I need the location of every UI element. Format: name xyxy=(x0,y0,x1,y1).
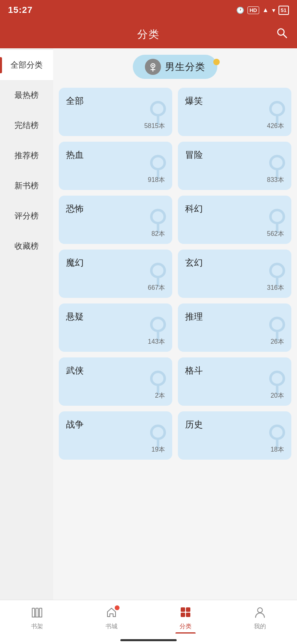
category-pill-icon xyxy=(145,59,161,75)
category-name-horror: 恐怖 xyxy=(66,203,165,215)
category-count-comedy: 426本 xyxy=(185,122,284,130)
nav-item-mine[interactable]: 我的 xyxy=(223,603,297,634)
category-count-history: 18本 xyxy=(185,446,284,454)
search-button[interactable] xyxy=(276,27,287,41)
category-name-war: 战争 xyxy=(66,419,165,431)
header: 分类 xyxy=(0,20,297,48)
bookstore-notification-dot xyxy=(115,605,120,610)
category-card-wuxia[interactable]: 武侠 2本 ⚲ xyxy=(59,357,172,406)
sidebar-item-hot[interactable]: 最热榜 xyxy=(0,80,53,110)
category-card-comedy[interactable]: 爆笑 426本 ⚲ xyxy=(178,88,291,136)
category-card-history[interactable]: 历史 18本 ⚲ xyxy=(178,411,291,460)
sidebar-item-finished[interactable]: 完结榜 xyxy=(0,110,53,140)
page-title: 分类 xyxy=(137,27,160,41)
status-icons: 🕐 HD ▲ ▾ 51 xyxy=(236,6,289,15)
category-pill[interactable]: 男生分类 xyxy=(133,55,217,79)
wifi-icon: ▾ xyxy=(272,6,275,14)
svg-rect-6 xyxy=(32,608,35,617)
clock-icon: 🕐 xyxy=(236,6,244,14)
sidebar-item-new[interactable]: 新书榜 xyxy=(0,171,53,201)
svg-line-1 xyxy=(283,35,287,38)
hd-badge: HD xyxy=(248,6,259,14)
category-card-adventure[interactable]: 冒险 833本 ⚲ xyxy=(178,142,291,190)
category-name-history: 历史 xyxy=(185,419,284,431)
main-layout: 全部分类 最热榜 完结榜 推荐榜 新书榜 评分榜 收藏榜 xyxy=(0,48,297,600)
sidebar-item-all[interactable]: 全部分类 xyxy=(0,50,53,80)
sidebar-item-rating[interactable]: 评分榜 xyxy=(0,201,53,231)
category-name-action: 热血 xyxy=(66,149,165,161)
category-pill-dot xyxy=(213,59,220,65)
category-name-fighting: 格斗 xyxy=(185,365,284,377)
category-name-adventure: 冒险 xyxy=(185,149,284,161)
nav-item-category[interactable]: 分类 xyxy=(148,603,223,634)
battery-indicator: 51 xyxy=(278,6,289,15)
home-bar xyxy=(120,639,177,641)
category-name-detective: 推理 xyxy=(185,311,284,323)
category-count-all: 5815本 xyxy=(66,122,165,130)
category-card-fantasy[interactable]: 魔幻 667本 ⚲ xyxy=(59,250,172,298)
category-name-fantasy: 魔幻 xyxy=(66,257,165,269)
category-count-horror: 82本 xyxy=(66,230,165,238)
nav-label-bookshelf: 书架 xyxy=(31,623,43,630)
signal-icon: ▲ xyxy=(262,6,269,14)
home-indicator xyxy=(0,636,297,644)
category-count-fighting: 20本 xyxy=(185,392,284,400)
category-card-horror[interactable]: 恐怖 82本 ⚲ xyxy=(59,196,172,244)
category-card-mystery[interactable]: 悬疑 143本 ⚲ xyxy=(59,303,172,352)
category-count-mystery: 143本 xyxy=(66,338,165,346)
category-count-xuanhuan: 316本 xyxy=(185,284,284,292)
category-grid: 全部 5815本 ⚲ 爆笑 426本 ⚲ 热血 918本 ⚲ 冒险 833本 ⚲… xyxy=(59,88,291,460)
nav-label-category: 分类 xyxy=(179,623,192,630)
category-name-all: 全部 xyxy=(66,95,165,107)
category-card-war[interactable]: 战争 19本 ⚲ xyxy=(59,411,172,460)
svg-rect-10 xyxy=(181,607,185,612)
category-name-scifi: 科幻 xyxy=(185,203,284,215)
nav-label-mine: 我的 xyxy=(254,623,266,630)
svg-rect-8 xyxy=(39,608,42,617)
category-card-scifi[interactable]: 科幻 562本 ⚲ xyxy=(178,196,291,244)
content-area: 男生分类 全部 5815本 ⚲ 爆笑 426本 ⚲ 热血 918本 ⚲ xyxy=(53,48,297,600)
category-name-comedy: 爆笑 xyxy=(185,95,284,107)
sidebar: 全部分类 最热榜 完结榜 推荐榜 新书榜 评分榜 收藏榜 xyxy=(0,48,53,600)
category-count-detective: 26本 xyxy=(185,338,284,346)
nav-label-bookstore: 书城 xyxy=(105,623,118,630)
category-count-fantasy: 667本 xyxy=(66,284,165,292)
category-header: 男生分类 xyxy=(59,55,291,79)
svg-rect-7 xyxy=(36,608,38,617)
category-card-action[interactable]: 热血 918本 ⚲ xyxy=(59,142,172,190)
svg-rect-12 xyxy=(181,613,185,617)
nav-active-bar xyxy=(175,632,196,634)
category-card-xuanhuan[interactable]: 玄幻 316本 ⚲ xyxy=(178,250,291,298)
category-count-adventure: 833本 xyxy=(185,176,284,184)
svg-rect-11 xyxy=(186,607,190,612)
category-name-wuxia: 武侠 xyxy=(66,365,165,377)
mine-icon xyxy=(254,606,266,621)
sidebar-item-recommended[interactable]: 推荐榜 xyxy=(0,140,53,171)
bookshelf-icon xyxy=(31,606,43,621)
sidebar-item-favorites[interactable]: 收藏榜 xyxy=(0,231,53,261)
category-count-action: 918本 xyxy=(66,176,165,184)
category-name-mystery: 悬疑 xyxy=(66,311,165,323)
svg-point-14 xyxy=(258,608,262,613)
category-pill-label: 男生分类 xyxy=(165,60,205,73)
category-count-war: 19本 xyxy=(66,446,165,454)
svg-point-3 xyxy=(152,65,154,66)
status-bar: 15:27 🕐 HD ▲ ▾ 51 xyxy=(0,0,297,20)
category-card-fighting[interactable]: 格斗 20本 ⚲ xyxy=(178,357,291,406)
nav-item-bookstore[interactable]: 书城 xyxy=(74,603,149,634)
nav-item-bookshelf[interactable]: 书架 xyxy=(0,603,74,634)
category-count-wuxia: 2本 xyxy=(66,392,165,400)
category-card-detective[interactable]: 推理 26本 ⚲ xyxy=(178,303,291,352)
category-count-scifi: 562本 xyxy=(185,230,284,238)
category-name-xuanhuan: 玄幻 xyxy=(185,257,284,269)
category-icon xyxy=(179,606,192,621)
svg-rect-13 xyxy=(186,613,190,617)
bottom-nav: 书架 书城 分类 我的 xyxy=(0,600,297,636)
status-time: 15:27 xyxy=(8,5,33,15)
category-card-all[interactable]: 全部 5815本 ⚲ xyxy=(59,88,172,136)
